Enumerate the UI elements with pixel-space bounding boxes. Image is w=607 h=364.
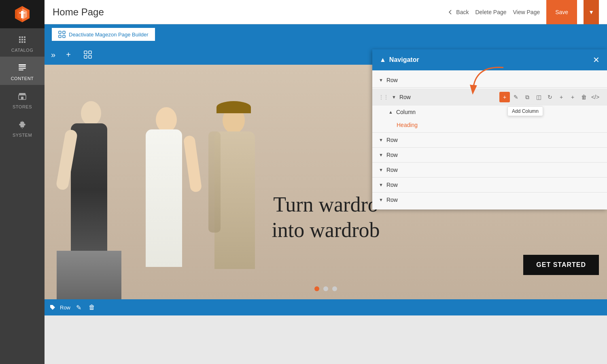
system-icon bbox=[17, 119, 28, 130]
nav-row-4-arrow: ▼ bbox=[379, 152, 383, 157]
figure-center-head bbox=[156, 107, 177, 132]
nav-row-2-add-after-button[interactable]: + bbox=[567, 92, 578, 102]
nav-row-2-code-button[interactable]: </> bbox=[590, 92, 601, 102]
nav-divider-6 bbox=[372, 192, 607, 193]
add-column-container: + Add Column bbox=[499, 92, 510, 102]
figure-left-head bbox=[81, 101, 101, 125]
nav-column-1-arrow: ▲ bbox=[388, 110, 393, 114]
svg-rect-15 bbox=[89, 51, 91, 54]
nav-row-5[interactable]: ▼ Row bbox=[372, 163, 607, 176]
bottom-row-edit-button[interactable]: ✎ bbox=[74, 303, 83, 312]
save-dropdown-button[interactable]: ▼ bbox=[584, 0, 599, 24]
svg-rect-7 bbox=[21, 97, 23, 99]
move-icon[interactable]: » bbox=[51, 50, 55, 59]
slider-dot-3[interactable] bbox=[332, 286, 337, 291]
nav-divider-5 bbox=[372, 177, 607, 178]
nav-divider-3 bbox=[372, 147, 607, 148]
arrow-annotation bbox=[467, 63, 507, 96]
nav-row-2[interactable]: ⋮⋮ ▼ Row + Add Column bbox=[372, 89, 607, 106]
navigator-close-button[interactable]: ✕ bbox=[593, 55, 600, 65]
back-icon bbox=[447, 9, 454, 15]
nav-row-2-dup-button[interactable]: ⧉ bbox=[522, 92, 533, 102]
nav-row-5-label: Row bbox=[386, 167, 601, 173]
nav-row-2-drag: ⋮⋮ bbox=[379, 94, 388, 100]
save-button[interactable]: Save bbox=[546, 0, 577, 24]
grid-icon bbox=[58, 31, 66, 38]
nav-row-4[interactable]: ▼ Row bbox=[372, 148, 607, 161]
sidebar: CATALOG CONTENT STORES bbox=[0, 0, 45, 364]
deactivate-button[interactable]: Deactivate Magezon Page Builder bbox=[51, 27, 156, 42]
svg-rect-13 bbox=[84, 51, 87, 54]
sidebar-item-label-catalog: CATALOG bbox=[11, 48, 33, 53]
nav-row-7-arrow: ▼ bbox=[379, 197, 383, 202]
svg-rect-14 bbox=[84, 55, 87, 58]
nav-row-2-arrow: ▼ bbox=[392, 95, 396, 99]
back-link[interactable]: Back bbox=[447, 9, 469, 15]
hero-cta-button[interactable]: GET STARTED bbox=[523, 255, 599, 275]
navigator-title: ▲ Navigator bbox=[380, 56, 419, 63]
catalog-icon bbox=[17, 34, 28, 45]
add-row-button[interactable]: + bbox=[62, 48, 75, 61]
slider-dots bbox=[45, 286, 607, 291]
svg-rect-2 bbox=[19, 64, 26, 66]
figure-left bbox=[57, 97, 138, 299]
figure-right bbox=[206, 105, 279, 299]
deactivate-label: Deactivate Magezon Page Builder bbox=[69, 32, 149, 38]
view-page-link[interactable]: View Page bbox=[513, 9, 540, 15]
stores-icon bbox=[17, 91, 28, 102]
nav-row-6-label: Row bbox=[386, 182, 601, 188]
figure-right-body bbox=[214, 131, 255, 269]
delete-label: Delete Page bbox=[475, 9, 506, 15]
nav-heading-1[interactable]: Heading bbox=[372, 119, 607, 131]
magento-logo-icon bbox=[13, 5, 31, 23]
navigator-body: ▼ Row ⋮⋮ ▼ Row + Add Column bbox=[372, 70, 607, 210]
content-area: Deactivate Magezon Page Builder » + bbox=[45, 24, 607, 364]
nav-column-1[interactable]: ▲ Column bbox=[372, 106, 607, 119]
sidebar-item-label-system: SYSTEM bbox=[13, 133, 32, 138]
topbar-actions: Back Delete Page View Page Save ▼ bbox=[447, 0, 599, 24]
nav-row-2-copy-button[interactable]: ◫ bbox=[533, 92, 544, 102]
nav-row-2-refresh-button[interactable]: ↻ bbox=[545, 92, 555, 102]
nav-divider-2 bbox=[372, 132, 607, 133]
nav-row-6[interactable]: ▼ Row bbox=[372, 178, 607, 191]
bottom-row-delete-button[interactable]: 🗑 bbox=[87, 303, 97, 312]
svg-rect-0 bbox=[21, 11, 23, 18]
svg-rect-3 bbox=[19, 66, 26, 67]
figure-left-skirt bbox=[57, 251, 121, 299]
delete-page-link[interactable]: Delete Page bbox=[475, 9, 506, 15]
back-label: Back bbox=[456, 9, 469, 15]
navigator-panel: ▲ Navigator ✕ ▼ Row ⋮⋮ ▼ Row bbox=[372, 49, 607, 210]
figure-right-wrap bbox=[208, 131, 221, 233]
svg-rect-16 bbox=[89, 55, 91, 58]
slider-dot-2[interactable] bbox=[323, 286, 328, 291]
nav-row-2-add-before-button[interactable]: + bbox=[556, 92, 567, 102]
nav-row-3[interactable]: ▼ Row bbox=[372, 133, 607, 146]
slider-dot-1[interactable] bbox=[314, 286, 319, 291]
sidebar-item-label-stores: STORES bbox=[13, 104, 32, 109]
svg-rect-10 bbox=[59, 35, 61, 38]
navigator-collapse-icon[interactable]: ▲ bbox=[380, 56, 386, 63]
nav-row-7[interactable]: ▼ Row bbox=[372, 193, 607, 206]
topbar: Home Page Back Delete Page View Page Sav… bbox=[45, 0, 607, 24]
view-label: View Page bbox=[513, 9, 540, 15]
sidebar-item-system[interactable]: SYSTEM bbox=[0, 113, 45, 142]
nav-row-7-label: Row bbox=[386, 197, 601, 203]
row-settings-button[interactable] bbox=[81, 48, 94, 61]
nav-divider-4 bbox=[372, 162, 607, 163]
nav-row-2-actions: + Add Column bbox=[499, 92, 601, 102]
row-grid-icon bbox=[83, 50, 92, 59]
svg-rect-4 bbox=[19, 68, 26, 69]
sidebar-item-content[interactable]: CONTENT bbox=[0, 57, 45, 85]
tag-icon bbox=[49, 304, 56, 311]
sidebar-item-stores[interactable]: STORES bbox=[0, 85, 45, 113]
nav-row-6-arrow: ▼ bbox=[379, 182, 383, 187]
sidebar-item-label-content: CONTENT bbox=[11, 76, 34, 81]
nav-row-2-edit-button[interactable]: ✎ bbox=[511, 92, 521, 102]
main-area: Home Page Back Delete Page View Page Sav… bbox=[45, 0, 607, 364]
add-column-tooltip: Add Column bbox=[507, 106, 543, 116]
nav-row-2-delete-button[interactable]: 🗑 bbox=[579, 92, 589, 102]
logo-container bbox=[0, 0, 45, 28]
bottom-row-bar: Row ✎ 🗑 bbox=[45, 299, 607, 315]
sidebar-item-catalog[interactable]: CATALOG bbox=[0, 28, 45, 57]
figure-center-arm bbox=[183, 135, 202, 193]
